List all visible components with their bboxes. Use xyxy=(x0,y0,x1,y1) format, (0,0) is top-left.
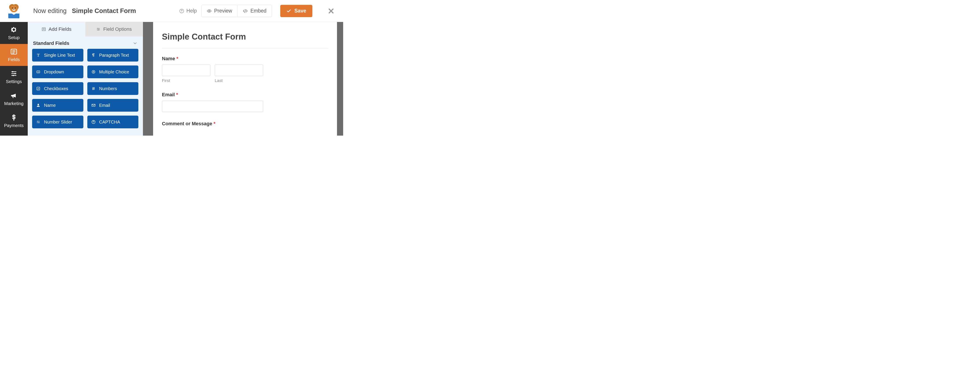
hash-icon xyxy=(91,86,96,91)
section-title: Standard Fields xyxy=(33,40,69,46)
help-label: Help xyxy=(186,8,197,14)
last-sublabel: Last xyxy=(215,78,263,83)
svg-point-8 xyxy=(13,9,14,10)
svg-point-5 xyxy=(12,8,13,9)
code-icon xyxy=(243,9,248,13)
svg-point-35 xyxy=(38,104,39,105)
nav-fields[interactable]: Fields xyxy=(0,44,28,66)
comment-label: Comment or Message * xyxy=(162,121,263,127)
first-sublabel: First xyxy=(162,78,210,83)
nav-marketing[interactable]: Marketing xyxy=(0,88,28,110)
form-name: Simple Contact Form xyxy=(72,7,136,14)
tab-field-options[interactable]: Field Options xyxy=(85,22,143,36)
field-dropdown[interactable]: Dropdown xyxy=(32,65,83,78)
field-label: Name xyxy=(44,103,56,108)
field-name[interactable]: Name xyxy=(32,99,83,112)
name-field-block: Name * First Last xyxy=(162,56,263,83)
svg-point-40 xyxy=(38,122,39,123)
field-numbers[interactable]: Numbers xyxy=(88,82,138,95)
nav-setup-label: Setup xyxy=(8,35,19,40)
field-label: Multiple Choice xyxy=(99,70,129,75)
first-name-col: First xyxy=(162,65,210,83)
first-name-input[interactable] xyxy=(162,65,210,76)
field-email[interactable]: Email xyxy=(88,99,138,112)
nav-marketing-label: Marketing xyxy=(4,101,24,106)
comment-field-block: Comment or Message * xyxy=(162,121,263,127)
svg-point-28 xyxy=(97,28,98,29)
embed-label: Embed xyxy=(250,8,266,14)
preview-button[interactable]: Preview xyxy=(201,5,238,17)
captcha-icon xyxy=(91,120,96,124)
svg-point-29 xyxy=(99,29,99,30)
options-icon xyxy=(96,27,100,32)
sliders-icon xyxy=(10,70,18,77)
dollar-icon xyxy=(10,114,18,121)
field-label: Number Slider xyxy=(44,119,72,125)
svg-point-11 xyxy=(208,10,210,12)
field-checkboxes[interactable]: Checkboxes xyxy=(32,82,83,95)
required-mark: * xyxy=(177,56,178,61)
save-label: Save xyxy=(294,8,306,14)
checkbox-icon xyxy=(36,86,40,91)
nav-payments[interactable]: Payments xyxy=(0,110,28,132)
last-name-input[interactable] xyxy=(215,65,263,76)
svg-rect-22 xyxy=(42,28,45,30)
email-label-text: Email xyxy=(162,92,175,97)
nav-fields-label: Fields xyxy=(8,57,19,62)
field-number-slider[interactable]: Number Slider xyxy=(32,116,83,128)
help-link[interactable]: Help xyxy=(179,8,197,14)
field-single-line-text[interactable]: Single Line Text xyxy=(32,49,83,62)
left-nav: Setup Fields Settings Marketing Payments xyxy=(0,22,28,136)
svg-point-6 xyxy=(15,8,16,9)
gutter-right xyxy=(337,22,343,136)
field-multiple-choice[interactable]: Multiple Choice xyxy=(88,65,138,78)
close-button[interactable] xyxy=(326,5,337,16)
field-grid: Single Line Text Paragraph Text Dropdown… xyxy=(28,49,143,128)
top-bar: Now editing Simple Contact Form Help Pre… xyxy=(0,0,343,22)
eye-icon xyxy=(207,9,212,13)
email-label: Email * xyxy=(162,92,263,98)
embed-button[interactable]: Embed xyxy=(237,5,272,17)
paragraph-icon xyxy=(91,53,96,57)
dropdown-icon xyxy=(36,70,40,74)
svg-point-20 xyxy=(14,73,16,74)
field-label: Dropdown xyxy=(44,70,64,75)
svg-point-30 xyxy=(98,30,99,30)
svg-point-39 xyxy=(37,121,38,122)
text-icon xyxy=(36,53,40,57)
editing-prefix: Now editing xyxy=(33,7,67,14)
field-captcha[interactable]: CAPTCHA xyxy=(88,116,138,128)
field-label: Checkboxes xyxy=(44,86,68,91)
name-label: Name * xyxy=(162,56,263,62)
svg-point-19 xyxy=(12,71,13,72)
svg-point-33 xyxy=(93,71,94,73)
slider-icon xyxy=(36,120,40,124)
preview-embed-group: Preview Embed xyxy=(201,5,272,17)
tab-add-fields[interactable]: Add Fields xyxy=(28,22,85,36)
envelope-icon xyxy=(91,103,96,108)
form-preview: Simple Contact Form Name * First Last Em… xyxy=(153,22,337,136)
nav-settings-label: Settings xyxy=(6,79,22,84)
svg-rect-34 xyxy=(37,87,40,90)
nav-setup[interactable]: Setup xyxy=(0,22,28,44)
fields-panel: Add Fields Field Options Standard Fields… xyxy=(28,22,143,136)
last-name-col: Last xyxy=(215,65,263,83)
save-button[interactable]: Save xyxy=(280,5,312,17)
tab-options-label: Field Options xyxy=(103,26,132,32)
email-input[interactable] xyxy=(162,101,263,112)
help-icon xyxy=(179,9,184,13)
comment-label-text: Comment or Message xyxy=(162,121,212,126)
form-icon xyxy=(10,48,18,56)
field-label: CAPTCHA xyxy=(99,119,120,125)
editing-title: Now editing Simple Contact Form xyxy=(28,7,179,14)
nav-payments-label: Payments xyxy=(4,123,24,128)
nav-settings[interactable]: Settings xyxy=(0,66,28,88)
bullhorn-icon xyxy=(10,92,18,99)
wpforms-logo xyxy=(0,2,28,19)
field-paragraph-text[interactable]: Paragraph Text xyxy=(88,49,138,62)
form-title: Simple Contact Form xyxy=(162,32,328,48)
chevron-down-icon xyxy=(133,41,137,46)
radio-icon xyxy=(91,70,96,74)
section-standard-fields[interactable]: Standard Fields xyxy=(28,36,143,49)
svg-point-21 xyxy=(13,75,14,76)
